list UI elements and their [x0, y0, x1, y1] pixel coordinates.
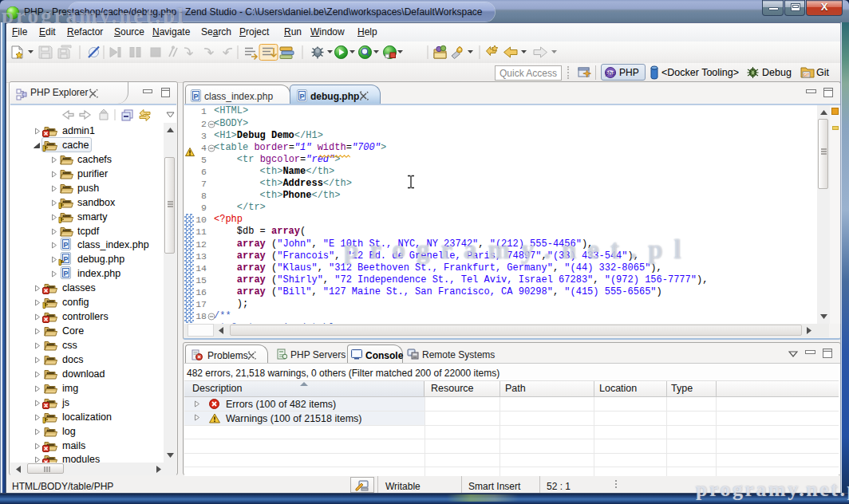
svg-text:P: P [63, 241, 68, 249]
svg-text:P: P [63, 270, 68, 278]
svg-text:php: php [606, 70, 616, 77]
svg-text:GIT: GIT [804, 73, 810, 77]
svg-text:P: P [299, 93, 304, 100]
svg-text:P: P [193, 93, 198, 100]
